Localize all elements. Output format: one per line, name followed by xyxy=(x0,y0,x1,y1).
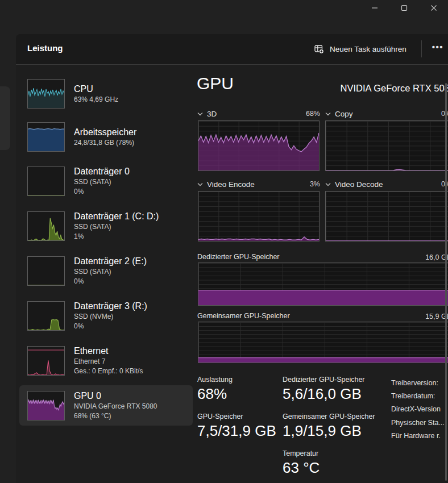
sidebar-item-line: SSD (SATA) xyxy=(74,177,130,187)
sidebar-item-disk0[interactable]: Datenträger 0 SSD (SATA)0% xyxy=(19,161,193,201)
stat-dedicated-memory: Dedizierter GPU-Speicher 5,6/16,0 GB xyxy=(283,376,365,403)
sidebar-item-line: SSD (SATA) xyxy=(74,267,147,277)
chart-value-video-decode: 0% xyxy=(325,178,448,190)
stat-value: 68% xyxy=(197,385,233,403)
close-button[interactable] xyxy=(421,0,446,16)
stat-value: 7,5/31,9 GB xyxy=(197,422,276,440)
driver-info-list: Treiberversion:Treiberdatum:DirectX-Vers… xyxy=(391,377,448,443)
minimize-icon xyxy=(371,5,378,11)
stat-label: Temperatur xyxy=(283,449,320,457)
stat-label: GPU-Speicher xyxy=(197,413,276,420)
sidebar-item-title: Datenträger 2 (E:) xyxy=(74,255,147,267)
driver-info-line: Treiberdatum: xyxy=(391,390,448,403)
mini-chart-disk1 xyxy=(27,211,65,241)
sidebar-item-line: Ges.: 0 Empf.: 0 KBit/s xyxy=(74,367,143,376)
driver-info-line: DirectX-Version xyxy=(391,403,448,416)
sidebar-item-title: Datenträger 0 xyxy=(74,165,130,177)
sidebar-item-memory[interactable]: Arbeitsspeicher 24,8/31,8 GB (78%) xyxy=(19,118,193,156)
header-divider xyxy=(421,40,422,57)
stat-label: Dedizierter GPU-Speicher xyxy=(283,376,365,384)
chart-copy xyxy=(325,120,448,171)
new-task-window-plus-icon xyxy=(314,44,324,54)
mini-chart-disk2 xyxy=(27,256,65,286)
sidebar-item-disk1[interactable]: Datenträger 1 (C: D:) SSD (SATA)1% xyxy=(19,206,193,246)
chart-video-decode xyxy=(325,191,448,242)
header-bar: Leistung Neuen Task ausführen ••• xyxy=(16,34,448,65)
sidebar-item-line: 1% xyxy=(74,232,159,242)
sidebar-item-title: CPU xyxy=(74,83,118,95)
sidebar-item-line: SSD (NVMe) xyxy=(74,312,147,322)
chart-value-copy: 0% xyxy=(325,108,448,119)
driver-info-line: Für Hardware r. xyxy=(391,430,448,443)
app-panel: Leistung Neuen Task ausführen ••• xyxy=(16,34,448,483)
performance-sidebar: CPU 63% 4,69 GHz Arbeitsspeicher 24,8/31… xyxy=(16,65,196,483)
maximize-button[interactable] xyxy=(392,0,417,16)
sidebar-item-title: Arbeitsspeicher xyxy=(74,126,136,138)
sidebar-item-title: Ethernet xyxy=(74,345,143,357)
stat-temperature: Temperatur 63 °C xyxy=(283,449,320,477)
nav-rail-item-fragment[interactable] xyxy=(0,86,10,150)
mini-chart-ethernet xyxy=(27,346,65,376)
sidebar-item-title: GPU 0 xyxy=(74,390,157,402)
mini-chart-cpu xyxy=(27,79,65,109)
chart-dedicated-memory xyxy=(198,263,448,306)
sidebar-item-cpu[interactable]: CPU 63% 4,69 GHz xyxy=(19,74,193,113)
sidebar-item-line: 24,8/31,8 GB (78%) xyxy=(74,138,136,148)
sidebar-item-gpu0[interactable]: GPU 0 NVIDIA GeForce RTX 508068% (63 °C) xyxy=(19,385,193,426)
gpu-device-name: NVIDIA GeForce RTX 5080 xyxy=(197,83,448,94)
chart-video-encode xyxy=(198,191,320,242)
sidebar-item-disk2[interactable]: Datenträger 2 (E:) SSD (SATA)0% xyxy=(19,251,193,291)
sidebar-item-line: 0% xyxy=(74,322,147,331)
shared-memory-chart-value: 15,9 GB xyxy=(197,311,448,322)
sidebar-item-title: Datenträger 1 (C: D:) xyxy=(74,210,159,222)
sidebar-item-line: NVIDIA GeForce RTX 5080 xyxy=(74,402,157,411)
stat-utilization: Auslastung 68% xyxy=(197,376,233,403)
sidebar-item-line: 68% (63 °C) xyxy=(74,411,157,421)
stat-value: 63 °C xyxy=(283,459,320,477)
run-new-task-button[interactable]: Neuen Task ausführen xyxy=(310,40,411,58)
stat-value: 5,6/16,0 GB xyxy=(283,385,365,403)
stat-gpu-memory: GPU-Speicher 7,5/31,9 GB xyxy=(197,413,276,440)
stat-label: Gemeinsamer GPU-Speicher xyxy=(283,413,375,420)
sidebar-item-line: 0% xyxy=(74,187,130,197)
task-manager-window: Leistung Neuen Task ausführen ••• xyxy=(0,0,448,483)
sidebar-item-title: Datenträger 3 (R:) xyxy=(74,300,147,312)
mini-chart-disk3 xyxy=(27,301,65,331)
stat-value: 1,9/15,9 GB xyxy=(283,422,375,440)
more-options-button[interactable]: ••• xyxy=(426,40,448,58)
dedicated-memory-chart-value: 16,0 GB xyxy=(197,252,448,263)
page-title: Leistung xyxy=(27,43,63,53)
mini-chart-gpu0 xyxy=(27,391,65,420)
sidebar-item-line: 63% 4,69 GHz xyxy=(74,95,118,105)
sidebar-item-ethernet[interactable]: Ethernet Ethernet 7Ges.: 0 Empf.: 0 KBit… xyxy=(19,340,193,381)
close-icon xyxy=(430,5,437,11)
stat-label: Auslastung xyxy=(197,376,233,384)
content-area: CPU 63% 4,69 GHz Arbeitsspeicher 24,8/31… xyxy=(16,65,448,483)
sidebar-item-disk3[interactable]: Datenträger 3 (R:) SSD (NVMe)0% xyxy=(19,295,193,336)
chart-3d xyxy=(198,120,320,171)
chart-value-video-encode: 3% xyxy=(197,178,320,190)
stat-shared-memory: Gemeinsamer GPU-Speicher 1,9/15,9 GB xyxy=(283,413,375,440)
sidebar-item-line: SSD (SATA) xyxy=(74,222,159,232)
vertical-scrollbar[interactable] xyxy=(445,83,447,481)
driver-info-line: Treiberversion: xyxy=(391,377,448,390)
ellipsis-icon: ••• xyxy=(432,44,443,53)
chart-shared-memory xyxy=(198,322,448,363)
driver-info-line: Physischer Sta... xyxy=(391,417,448,430)
minimize-button[interactable] xyxy=(362,0,387,16)
maximize-icon xyxy=(401,5,408,11)
sidebar-item-line: Ethernet 7 xyxy=(74,357,143,367)
sidebar-item-line: 0% xyxy=(74,277,147,286)
mini-chart-memory xyxy=(27,122,65,152)
mini-chart-disk0 xyxy=(27,166,65,196)
chart-value-3d: 68% xyxy=(197,108,320,119)
run-new-task-label: Neuen Task ausführen xyxy=(330,45,406,53)
gpu-detail-pane: GPU NVIDIA GeForce RTX 5080 3D 68% Copy … xyxy=(196,65,448,483)
